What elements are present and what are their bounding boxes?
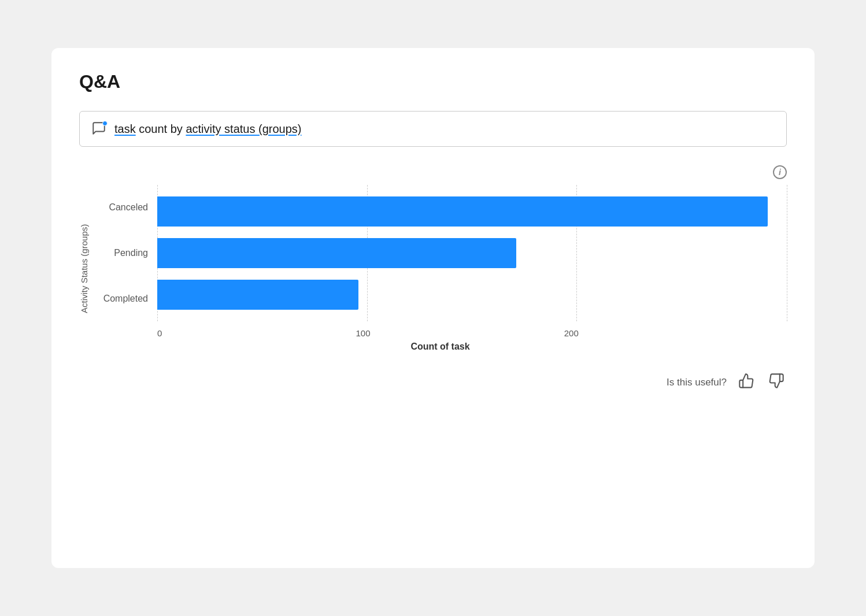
query-box[interactable]: task count by activity status (groups)	[79, 111, 787, 147]
bar-pending	[157, 238, 516, 268]
bar-completed	[157, 280, 358, 310]
chat-icon	[91, 121, 108, 137]
bars-area	[157, 185, 787, 321]
chart-container: Activity Status (groups) Canceled Pendin…	[79, 185, 787, 352]
page-title: Q&A	[79, 71, 787, 92]
bar-label-pending: Pending	[94, 248, 148, 258]
thumbs-down-button[interactable]	[766, 370, 787, 395]
x-axis-label: Count of task	[94, 342, 787, 352]
chart-inner: Canceled Pending Completed	[94, 185, 787, 352]
bar-label-canceled: Canceled	[94, 202, 148, 213]
x-tick-0: 0	[157, 328, 162, 338]
bar-labels: Canceled Pending Completed	[94, 185, 157, 321]
bar-row-pending	[157, 232, 787, 274]
bar-label-completed: Completed	[94, 294, 148, 304]
y-axis-label: Activity Status (groups)	[79, 185, 89, 352]
feedback-row: Is this useful?	[79, 370, 787, 395]
x-ticks: 0 100 200 300	[157, 326, 787, 338]
query-text: task count by activity status (groups)	[114, 123, 301, 136]
chat-dot	[102, 121, 108, 126]
chart-plot-area: Canceled Pending Completed	[94, 185, 787, 321]
main-card: Q&A task count by activity status (group…	[51, 48, 815, 568]
info-row: i	[79, 165, 787, 179]
feedback-label: Is this useful?	[667, 377, 727, 388]
x-tick-200: 200	[564, 328, 579, 338]
x-axis-area: 0 100 200 300 Count of task	[94, 326, 787, 352]
info-icon[interactable]: i	[773, 165, 787, 179]
x-tick-100: 100	[356, 328, 371, 338]
bar-row-completed	[157, 274, 787, 316]
bar-canceled	[157, 196, 768, 227]
thumbs-up-button[interactable]	[736, 370, 757, 395]
bar-row-canceled	[157, 191, 787, 232]
